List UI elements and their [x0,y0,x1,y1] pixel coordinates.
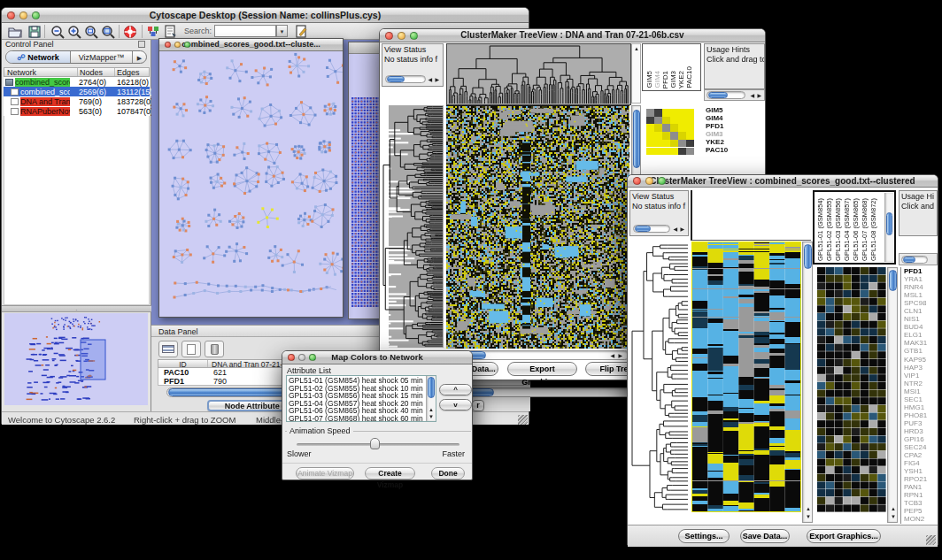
minimize-button[interactable] [398,32,405,40]
matrix-cell[interactable] [678,140,686,148]
tv2-column-label[interactable]: GPL51-01 (GSM854) [816,198,824,261]
tab-network[interactable]: ☍ Network [6,51,71,63]
tv2-vscrollbar-right[interactable]: ▲▼ [887,267,898,523]
tv1-heatmap[interactable] [446,105,629,349]
matrix-cell[interactable] [654,132,662,140]
gene-label[interactable]: YSH1 [901,467,939,475]
close-button[interactable] [165,42,171,48]
close-button[interactable] [288,354,295,361]
gene-label[interactable]: PEP5 [901,507,939,515]
gene-label[interactable]: PAN1 [901,483,939,491]
matrix-cell[interactable] [662,109,670,117]
matrix-cell[interactable] [686,148,694,156]
matrix-cell[interactable] [678,124,686,132]
zoom-out-icon[interactable] [50,24,66,39]
save-icon[interactable] [27,24,42,39]
matrix-cell[interactable] [686,140,694,148]
gene-label[interactable]: RNR4 [901,283,939,291]
tv2-heatmap[interactable] [691,242,801,512]
matrix-cell[interactable] [646,109,654,117]
tv2-vscrollbar-main[interactable]: ▲▼ [802,242,813,523]
matrix-cell[interactable] [646,117,654,125]
close-button[interactable] [7,12,15,19]
tab-vizmapper[interactable]: VizMapper™ [71,51,132,63]
treeview2-titlebar[interactable]: ClusterMaker TreeView : combined_scores_… [628,175,938,188]
matrix-cell[interactable] [662,117,670,125]
network-table-row[interactable]: combined_scores_2764(0)16218(0) [4,77,150,87]
network-canvas[interactable] [159,51,343,317]
tv2-button-export-graphics-[interactable]: Export Graphics... [807,529,881,543]
tv1-row-label[interactable]: YKE2 [704,138,765,146]
gene-label[interactable]: GTB1 [901,347,939,355]
matrix-cell[interactable] [662,148,670,156]
gene-label[interactable]: RPO21 [901,475,939,483]
tv1-column-label[interactable]: GIM5 [645,71,653,88]
tv1-column-dendrogram[interactable] [446,43,631,105]
matrix-cell[interactable] [686,109,694,117]
gene-label[interactable]: MSI1 [901,387,939,395]
zoom-button[interactable] [410,32,418,40]
tv1-row-label[interactable]: PFD1 [704,122,765,130]
minimize-button[interactable] [645,177,653,185]
gene-label[interactable]: VIP1 [901,372,939,380]
main-titlebar[interactable]: Cytoscape Desktop (Session Name: collins… [2,8,529,23]
tv2-button-save-data-[interactable]: Save Data... [740,529,790,543]
matrix-cell[interactable] [670,117,678,125]
float-panel-icon[interactable] [138,41,145,48]
matrix-cell[interactable] [670,109,678,117]
treeview1-titlebar[interactable]: ClusterMaker TreeView : DNA and Tran 07-… [380,29,765,42]
matrix-cell[interactable] [662,140,670,148]
minimize-button[interactable] [174,42,181,48]
matrix-cell[interactable] [662,124,670,132]
tv1-usage-scroll[interactable]: ◀▶ [704,89,765,101]
network-table-row[interactable]: combined_sco2569(6)13112(15) [4,87,150,96]
tv2-column-label[interactable]: GPL51-02 (GSM855) [825,198,833,261]
tv1-hscrollbar[interactable]: ◀▶ [448,350,629,360]
close-button[interactable] [633,177,641,185]
gene-label[interactable]: TCB3 [901,499,939,507]
attribute-item[interactable]: GPL51-07 (GSM868) heat shock 60 min [288,415,425,421]
plugin-icon[interactable] [145,24,161,39]
window-controls[interactable] [7,8,40,22]
tv2-row-dendrogram[interactable] [629,242,689,523]
gene-label[interactable]: SEC24 [901,443,939,451]
tv2-button-settings-[interactable]: Settings... [678,529,730,543]
move-up-button[interactable]: ^ [439,384,472,395]
gene-label[interactable]: CLN1 [901,307,939,315]
network-overview-canvas[interactable] [4,313,148,405]
zoom-button[interactable] [32,12,40,19]
zoom-button[interactable] [658,177,666,185]
matrix-cell[interactable] [678,132,686,140]
matrix-cell[interactable] [670,140,678,148]
dialog-button-create-vizmap[interactable]: Create Vizmap [365,467,415,479]
tv1-column-label[interactable]: YKE2 [677,71,685,88]
tv2-column-label[interactable]: GPL51-04 (GSM857) [843,198,851,261]
matrix-cell[interactable] [654,140,662,148]
trash-icon[interactable] [205,341,224,357]
matrix-cell[interactable] [678,148,686,156]
annotation-icon[interactable] [163,24,179,39]
resize-grip[interactable] [518,415,528,425]
tv1-row-label[interactable]: GIM4 [704,114,765,122]
tv1-button-export-graphics-[interactable]: Export Graphics... [507,362,577,376]
matrix-cell[interactable] [678,109,686,117]
gene-label[interactable]: NIS1 [901,315,939,323]
tv1-status-hscrollbar[interactable] [385,75,426,83]
tv1-row-label[interactable]: GIM3 [704,130,765,138]
matrix-cell[interactable] [654,109,662,117]
tv1-row-label[interactable]: PAC10 [704,146,765,154]
open-folder-icon[interactable] [7,24,23,39]
zoom-fit-icon[interactable] [100,24,116,39]
gene-label[interactable]: GPI16 [901,435,939,443]
gene-label[interactable]: HAP3 [901,364,939,372]
matrix-cell[interactable] [686,124,694,132]
matrix-cell[interactable] [686,132,694,140]
table-icon[interactable] [158,341,178,357]
zoom-selected-icon[interactable] [83,24,99,39]
gene-label[interactable]: MON2 [901,515,939,523]
gene-label[interactable]: MSL1 [901,291,939,299]
tv2-column-label[interactable]: GPL51-06 (GSM865) [852,198,860,261]
gene-label[interactable]: CPA2 [901,451,939,459]
matrix-cell[interactable] [670,132,678,140]
search-input[interactable] [214,25,276,37]
